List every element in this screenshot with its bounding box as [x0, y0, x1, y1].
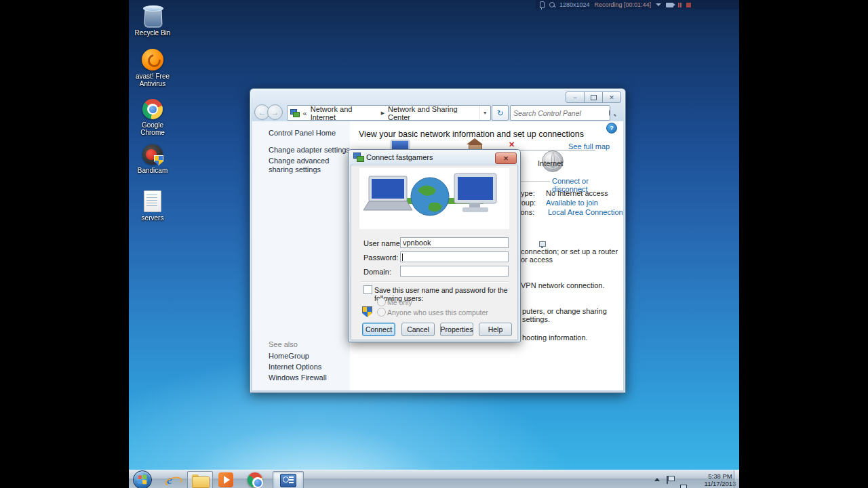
pause-icon[interactable] [678, 3, 682, 7]
dialog-title: Connect fastgamers [366, 153, 433, 161]
task-text-setup-connection: connection; or set up a router or access [521, 247, 623, 264]
desktop-icon-avast[interactable]: avast! Free Antivirus [129, 49, 176, 87]
task-text-sharing: puters, or change sharing settings. [522, 307, 623, 323]
taskbar-item-control-panel-active[interactable] [273, 471, 304, 488]
properties-button[interactable]: Properties [440, 323, 473, 336]
domain-label: Domain: [363, 268, 391, 276]
show-hidden-icons-button[interactable] [654, 478, 660, 481]
bandicam-recording-bar: 1280x1024 Recording [00:01:44] [536, 0, 739, 9]
sidebar-item-control-panel-home[interactable]: Control Panel Home [269, 129, 336, 137]
sidebar-item-homegroup[interactable]: HomeGroup [269, 352, 309, 360]
task-text-troubleshoot: hooting information. [522, 333, 588, 342]
connect-button[interactable]: Connect [362, 323, 395, 336]
clock-time: 5:38 PM [704, 472, 736, 480]
available-to-join-link[interactable]: Available to join [546, 199, 598, 207]
map-no-connection-icon: ✕ [509, 140, 515, 149]
local-area-connection-link[interactable]: Local Area Connection [548, 208, 623, 216]
task-text-connect-vpn: VPN network connection. [521, 281, 605, 289]
taskbar-item-chrome[interactable] [247, 472, 263, 488]
text-caret [402, 253, 403, 261]
chrome-icon [142, 99, 163, 119]
help-button[interactable]: Help [479, 323, 512, 336]
start-button[interactable] [133, 470, 152, 488]
cancel-button-label: Cancel [407, 325, 429, 333]
sidebar-item-change-adapter-settings[interactable]: Change adapter settings [269, 146, 350, 154]
search-icon[interactable] [609, 110, 610, 116]
me-only-radio[interactable] [377, 298, 386, 306]
pin-icon[interactable] [540, 1, 545, 8]
avast-icon [142, 49, 163, 70]
internet-label: Internet [538, 159, 563, 167]
sidebar-item-windows-firewall[interactable]: Windows Firewall [269, 373, 327, 382]
maximize-glyph [591, 95, 597, 100]
connection-icon [353, 152, 363, 161]
desktop-icon-chrome[interactable]: Google Chrome [129, 99, 176, 136]
clock-date: 11/17/2013 [704, 480, 736, 487]
dialog-close-button[interactable]: ✕ [495, 152, 517, 164]
desktop-icon-label: servers [142, 214, 164, 222]
chevron-down-icon[interactable] [656, 3, 661, 6]
recording-timer: Recording [00:01:44] [595, 1, 652, 8]
connect-button-label: Connect [366, 325, 392, 333]
network-tray-icon[interactable] [680, 485, 688, 488]
dialog-body: User name: Password: Domain: Save this u… [351, 165, 518, 340]
see-also-header: See also [269, 340, 298, 348]
breadcrumb-back-chevrons[interactable]: « [303, 109, 307, 117]
password-input[interactable] [400, 251, 509, 262]
refresh-button[interactable]: ↻ [492, 105, 509, 121]
stop-icon[interactable] [686, 3, 691, 7]
sidebar-item-change-advanced-sharing[interactable]: Change advanced sharing settings [269, 157, 339, 174]
username-label: User name: [363, 239, 402, 247]
vpn-connection-graphic [359, 168, 509, 229]
control-panel-icon [280, 474, 296, 487]
help-button-label: Help [488, 325, 503, 333]
address-bar[interactable]: « Network and Internet ▶ Network and Sha… [287, 105, 491, 121]
divider [361, 281, 509, 283]
window-caption-buttons: ‒ ✕ [566, 92, 621, 103]
breadcrumb-item-network-and-internet[interactable]: Network and Internet [311, 105, 378, 121]
help-glyph: ? [610, 125, 614, 131]
cancel-button[interactable]: Cancel [401, 323, 435, 336]
maximize-button[interactable] [584, 92, 603, 103]
desktop-icon-servers[interactable]: servers [129, 190, 176, 222]
taskbar: e 5:38 PM 11/17/2013 [129, 470, 739, 488]
minimize-glyph: ‒ [573, 94, 576, 101]
navigation-bar: ← → « Network and Internet ▶ Network and… [250, 104, 625, 121]
windows-logo-icon [138, 475, 147, 485]
desktop-icon-recycle-bin[interactable]: Recycle Bin [129, 4, 176, 37]
uac-shield-icon [362, 306, 372, 317]
folder-icon [192, 474, 208, 487]
dialog-title-bar: Connect fastgamers [353, 152, 433, 161]
desktop-icon-label: avast! Free Antivirus [136, 73, 170, 87]
desktop-icon-label: Recycle Bin [135, 29, 171, 37]
domain-input[interactable] [400, 266, 509, 277]
taskbar-item-media-player[interactable] [218, 472, 234, 488]
taskbar-item-explorer[interactable] [187, 471, 213, 488]
desktop-icon-label: Bandicam [138, 167, 167, 174]
me-only-label: Me only [387, 298, 412, 306]
search-input[interactable] [511, 109, 609, 117]
username-input[interactable] [400, 237, 509, 248]
show-desktop-button[interactable] [734, 470, 739, 488]
address-dropdown-button[interactable]: ▼ [479, 106, 491, 120]
desktop-icon-label: Google Chrome [137, 121, 168, 136]
recycle-bin-icon [142, 4, 163, 27]
see-full-map-link[interactable]: See full map [568, 142, 610, 150]
internet-explorer-icon: e [167, 472, 172, 487]
minimize-button[interactable]: ‒ [566, 92, 585, 103]
action-center-icon[interactable] [667, 476, 673, 484]
clock[interactable]: 5:38 PM 11/17/2013 [704, 472, 736, 487]
close-button[interactable]: ✕ [602, 92, 621, 103]
save-credentials-checkbox[interactable] [363, 285, 372, 294]
taskbar-item-internet-explorer[interactable]: e [161, 472, 178, 488]
desktop-icon-bandicam[interactable]: Bandicam [129, 144, 176, 174]
help-button[interactable]: ? [606, 123, 617, 134]
forward-button[interactable]: → [267, 104, 283, 120]
breadcrumb-item-network-sharing-center[interactable]: Network and Sharing Center [388, 105, 479, 121]
magnifier-icon[interactable] [549, 2, 555, 7]
bandicam-icon [142, 144, 163, 165]
properties-button-label: Properties [441, 325, 473, 333]
sidebar-item-internet-options[interactable]: Internet Options [269, 363, 321, 371]
anyone-radio[interactable] [377, 308, 386, 317]
camera-icon[interactable] [666, 3, 673, 7]
